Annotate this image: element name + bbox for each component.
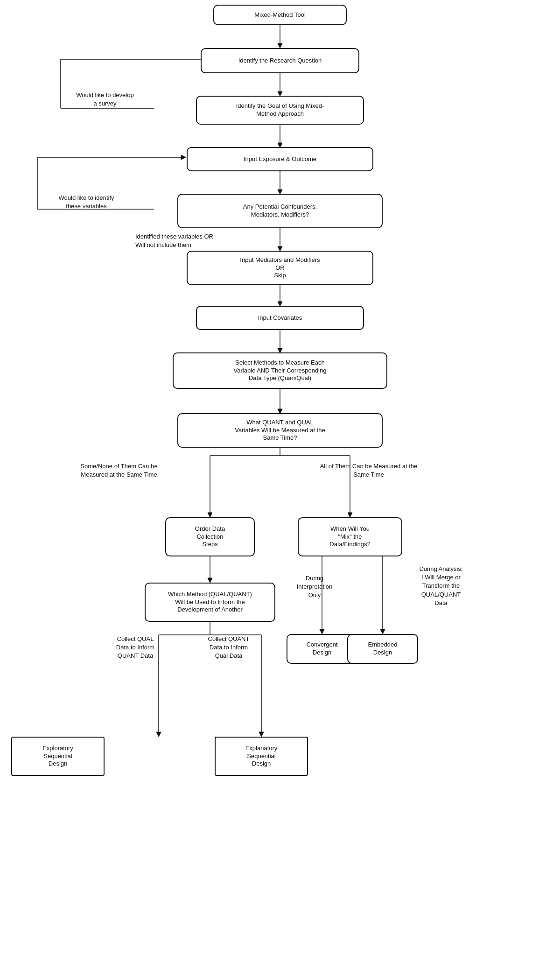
during-interpretation-label: DuringInterpretationOnly	[287, 574, 343, 600]
svg-marker-21	[348, 513, 352, 517]
explanatory-sequential-box: ExplanatorySequentialDesign	[215, 737, 308, 776]
input-exposure-box: Input Exposure & Outcome	[187, 147, 373, 171]
identify-research-question-label: Identify the Research Question	[238, 57, 322, 65]
input-mediators-box: Input Mediators and ModifiersORSkip	[187, 251, 373, 285]
some-none-label: Some/None of Them Can beMeasured at the …	[65, 462, 173, 479]
input-mediators-label: Input Mediators and ModifiersORSkip	[240, 256, 320, 280]
during-analysis-label: During Analysis:I Will Merge orTransform…	[406, 565, 476, 607]
identified-variables-label: Identified these variables ORWill not in…	[135, 232, 243, 249]
mixed-method-tool-label: Mixed-Method Tool	[254, 11, 306, 19]
which-method-box: Which Method (QUAL/QUANT)Will be Used to…	[145, 583, 275, 622]
exploratory-sequential-box: ExploratorySequentialDesign	[11, 737, 105, 776]
select-methods-label: Select Methods to Measure EachVariable A…	[234, 359, 327, 383]
embedded-design-label: EmbeddedDesign	[368, 641, 398, 657]
develop-survey-label: Would like to developa survey	[65, 91, 145, 108]
order-data-collection-label: Order DataCollectionSteps	[195, 525, 225, 549]
svg-marker-43	[181, 155, 186, 160]
identify-variables-label: Would like to identifythese variables	[40, 194, 133, 211]
what-quant-qual-label: What QUANT and QUALVariables Will be Mea…	[235, 419, 325, 443]
any-potential-confounders-label: Any Potential Confounders,Mediators, Mod…	[243, 203, 317, 219]
when-will-you-mix-label: When Will You"Mix" theData/Findings?	[329, 525, 370, 549]
which-method-label: Which Method (QUAL/QUANT)Will be Used to…	[168, 591, 252, 614]
when-will-you-mix-box: When Will You"Mix" theData/Findings?	[298, 517, 402, 556]
explanatory-sequential-label: ExplanatorySequentialDesign	[245, 745, 278, 768]
identify-goal-label: Identify the Goal of Using Mixed-Method …	[236, 102, 324, 118]
any-potential-confounders-box: Any Potential Confounders,Mediators, Mod…	[177, 194, 383, 228]
collect-qual-label: Collect QUALData to InformQUANT Data	[107, 635, 163, 661]
embedded-design-box: EmbeddedDesign	[347, 634, 418, 664]
svg-marker-28	[380, 629, 385, 634]
input-covariates-label: Input Covariates	[258, 314, 302, 322]
identify-research-question-box: Identify the Research Question	[201, 48, 359, 73]
what-quant-qual-box: What QUANT and QUALVariables Will be Mea…	[177, 413, 383, 448]
svg-marker-24	[208, 578, 212, 583]
svg-marker-1	[278, 43, 282, 48]
select-methods-box: Select Methods to Measure EachVariable A…	[173, 352, 387, 389]
flowchart-diagram: Mixed-Method Tool Identify the Research …	[0, 0, 560, 978]
input-covariates-box: Input Covariates	[196, 306, 364, 330]
svg-marker-18	[208, 513, 212, 517]
input-exposure-label: Input Exposure & Outcome	[244, 155, 316, 163]
svg-marker-26	[320, 629, 324, 634]
collect-quant-label: Collect QUANTData to InformQual Data	[201, 635, 257, 661]
exploratory-sequential-label: ExploratorySequentialDesign	[42, 745, 73, 768]
mixed-method-tool-box: Mixed-Method Tool	[213, 5, 347, 25]
convergent-design-label: ConvergentDesign	[306, 641, 337, 657]
identify-goal-box: Identify the Goal of Using Mixed-Method …	[196, 96, 364, 125]
svg-marker-31	[156, 732, 161, 737]
order-data-collection-box: Order DataCollectionSteps	[165, 517, 255, 556]
all-of-them-label: All of Them Can be Measured at theSame T…	[308, 462, 429, 479]
svg-marker-34	[259, 732, 264, 737]
